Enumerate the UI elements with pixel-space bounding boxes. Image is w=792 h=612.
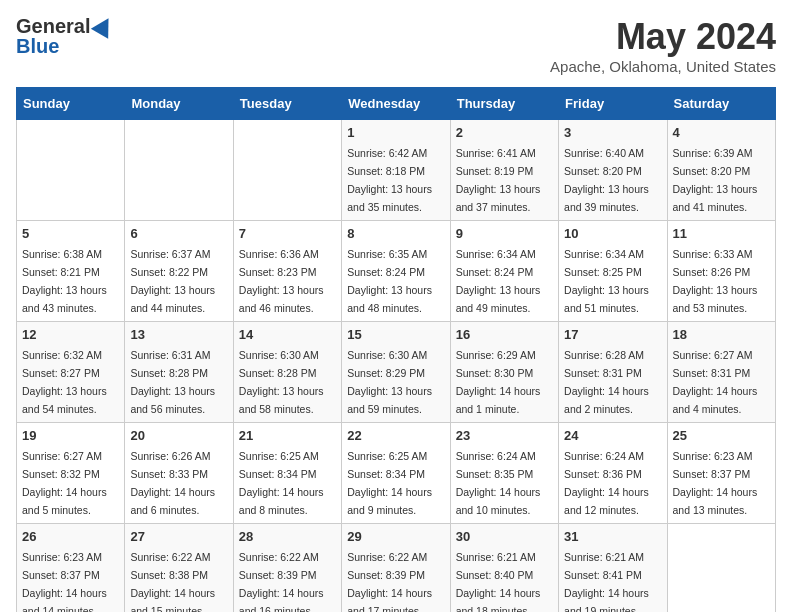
calendar-cell: 13Sunrise: 6:31 AM Sunset: 8:28 PM Dayli…	[125, 322, 233, 423]
day-number: 1	[347, 125, 444, 140]
day-number: 22	[347, 428, 444, 443]
calendar-cell: 15Sunrise: 6:30 AM Sunset: 8:29 PM Dayli…	[342, 322, 450, 423]
day-info: Sunrise: 6:21 AM Sunset: 8:40 PM Dayligh…	[456, 551, 541, 612]
calendar-cell: 20Sunrise: 6:26 AM Sunset: 8:33 PM Dayli…	[125, 423, 233, 524]
calendar-header-wednesday: Wednesday	[342, 88, 450, 120]
day-info: Sunrise: 6:24 AM Sunset: 8:36 PM Dayligh…	[564, 450, 649, 516]
calendar-header-tuesday: Tuesday	[233, 88, 341, 120]
day-number: 30	[456, 529, 553, 544]
logo: General Blue	[16, 16, 114, 56]
day-number: 9	[456, 226, 553, 241]
calendar-cell: 4Sunrise: 6:39 AM Sunset: 8:20 PM Daylig…	[667, 120, 775, 221]
day-number: 14	[239, 327, 336, 342]
day-info: Sunrise: 6:40 AM Sunset: 8:20 PM Dayligh…	[564, 147, 649, 213]
title-month-year: May 2024	[550, 16, 776, 58]
calendar-cell: 6Sunrise: 6:37 AM Sunset: 8:22 PM Daylig…	[125, 221, 233, 322]
day-info: Sunrise: 6:32 AM Sunset: 8:27 PM Dayligh…	[22, 349, 107, 415]
calendar-cell: 2Sunrise: 6:41 AM Sunset: 8:19 PM Daylig…	[450, 120, 558, 221]
day-info: Sunrise: 6:22 AM Sunset: 8:38 PM Dayligh…	[130, 551, 215, 612]
day-number: 4	[673, 125, 770, 140]
calendar-cell: 21Sunrise: 6:25 AM Sunset: 8:34 PM Dayli…	[233, 423, 341, 524]
day-number: 11	[673, 226, 770, 241]
calendar-cell: 31Sunrise: 6:21 AM Sunset: 8:41 PM Dayli…	[559, 524, 667, 613]
logo-general: General	[16, 16, 90, 36]
day-info: Sunrise: 6:41 AM Sunset: 8:19 PM Dayligh…	[456, 147, 541, 213]
calendar-cell: 28Sunrise: 6:22 AM Sunset: 8:39 PM Dayli…	[233, 524, 341, 613]
day-number: 19	[22, 428, 119, 443]
title-location: Apache, Oklahoma, United States	[550, 58, 776, 75]
day-info: Sunrise: 6:39 AM Sunset: 8:20 PM Dayligh…	[673, 147, 758, 213]
calendar-cell	[17, 120, 125, 221]
calendar-cell: 24Sunrise: 6:24 AM Sunset: 8:36 PM Dayli…	[559, 423, 667, 524]
day-info: Sunrise: 6:23 AM Sunset: 8:37 PM Dayligh…	[673, 450, 758, 516]
calendar-cell	[233, 120, 341, 221]
calendar-cell: 27Sunrise: 6:22 AM Sunset: 8:38 PM Dayli…	[125, 524, 233, 613]
day-info: Sunrise: 6:34 AM Sunset: 8:24 PM Dayligh…	[456, 248, 541, 314]
day-number: 23	[456, 428, 553, 443]
day-info: Sunrise: 6:27 AM Sunset: 8:31 PM Dayligh…	[673, 349, 758, 415]
calendar-cell: 12Sunrise: 6:32 AM Sunset: 8:27 PM Dayli…	[17, 322, 125, 423]
day-info: Sunrise: 6:25 AM Sunset: 8:34 PM Dayligh…	[239, 450, 324, 516]
day-number: 7	[239, 226, 336, 241]
day-info: Sunrise: 6:35 AM Sunset: 8:24 PM Dayligh…	[347, 248, 432, 314]
day-number: 5	[22, 226, 119, 241]
day-number: 21	[239, 428, 336, 443]
calendar-cell: 29Sunrise: 6:22 AM Sunset: 8:39 PM Dayli…	[342, 524, 450, 613]
calendar-cell	[125, 120, 233, 221]
day-number: 31	[564, 529, 661, 544]
page-header: General Blue May 2024 Apache, Oklahoma, …	[16, 16, 776, 75]
day-info: Sunrise: 6:25 AM Sunset: 8:34 PM Dayligh…	[347, 450, 432, 516]
day-number: 29	[347, 529, 444, 544]
day-number: 25	[673, 428, 770, 443]
calendar-cell: 30Sunrise: 6:21 AM Sunset: 8:40 PM Dayli…	[450, 524, 558, 613]
calendar-week-row: 19Sunrise: 6:27 AM Sunset: 8:32 PM Dayli…	[17, 423, 776, 524]
calendar-cell: 3Sunrise: 6:40 AM Sunset: 8:20 PM Daylig…	[559, 120, 667, 221]
calendar-cell: 18Sunrise: 6:27 AM Sunset: 8:31 PM Dayli…	[667, 322, 775, 423]
calendar-header-row: SundayMondayTuesdayWednesdayThursdayFrid…	[17, 88, 776, 120]
calendar-header-monday: Monday	[125, 88, 233, 120]
calendar-cell: 14Sunrise: 6:30 AM Sunset: 8:28 PM Dayli…	[233, 322, 341, 423]
day-number: 3	[564, 125, 661, 140]
day-number: 10	[564, 226, 661, 241]
day-info: Sunrise: 6:24 AM Sunset: 8:35 PM Dayligh…	[456, 450, 541, 516]
day-number: 24	[564, 428, 661, 443]
calendar-cell: 9Sunrise: 6:34 AM Sunset: 8:24 PM Daylig…	[450, 221, 558, 322]
day-number: 17	[564, 327, 661, 342]
day-info: Sunrise: 6:28 AM Sunset: 8:31 PM Dayligh…	[564, 349, 649, 415]
day-number: 28	[239, 529, 336, 544]
calendar-cell: 1Sunrise: 6:42 AM Sunset: 8:18 PM Daylig…	[342, 120, 450, 221]
calendar-cell: 23Sunrise: 6:24 AM Sunset: 8:35 PM Dayli…	[450, 423, 558, 524]
day-number: 8	[347, 226, 444, 241]
calendar-cell: 26Sunrise: 6:23 AM Sunset: 8:37 PM Dayli…	[17, 524, 125, 613]
day-info: Sunrise: 6:42 AM Sunset: 8:18 PM Dayligh…	[347, 147, 432, 213]
logo-blue: Blue	[16, 36, 59, 56]
day-number: 13	[130, 327, 227, 342]
day-info: Sunrise: 6:30 AM Sunset: 8:29 PM Dayligh…	[347, 349, 432, 415]
calendar-cell: 7Sunrise: 6:36 AM Sunset: 8:23 PM Daylig…	[233, 221, 341, 322]
calendar-header-saturday: Saturday	[667, 88, 775, 120]
day-number: 20	[130, 428, 227, 443]
day-info: Sunrise: 6:38 AM Sunset: 8:21 PM Dayligh…	[22, 248, 107, 314]
day-info: Sunrise: 6:22 AM Sunset: 8:39 PM Dayligh…	[347, 551, 432, 612]
day-info: Sunrise: 6:34 AM Sunset: 8:25 PM Dayligh…	[564, 248, 649, 314]
calendar-cell: 17Sunrise: 6:28 AM Sunset: 8:31 PM Dayli…	[559, 322, 667, 423]
calendar-cell: 19Sunrise: 6:27 AM Sunset: 8:32 PM Dayli…	[17, 423, 125, 524]
logo-triangle-icon	[91, 13, 117, 39]
calendar-cell	[667, 524, 775, 613]
calendar-cell: 10Sunrise: 6:34 AM Sunset: 8:25 PM Dayli…	[559, 221, 667, 322]
calendar-header-friday: Friday	[559, 88, 667, 120]
day-number: 26	[22, 529, 119, 544]
calendar-cell: 22Sunrise: 6:25 AM Sunset: 8:34 PM Dayli…	[342, 423, 450, 524]
day-info: Sunrise: 6:27 AM Sunset: 8:32 PM Dayligh…	[22, 450, 107, 516]
day-number: 27	[130, 529, 227, 544]
calendar-week-row: 12Sunrise: 6:32 AM Sunset: 8:27 PM Dayli…	[17, 322, 776, 423]
day-number: 18	[673, 327, 770, 342]
calendar-week-row: 1Sunrise: 6:42 AM Sunset: 8:18 PM Daylig…	[17, 120, 776, 221]
day-number: 15	[347, 327, 444, 342]
day-info: Sunrise: 6:22 AM Sunset: 8:39 PM Dayligh…	[239, 551, 324, 612]
day-info: Sunrise: 6:37 AM Sunset: 8:22 PM Dayligh…	[130, 248, 215, 314]
day-info: Sunrise: 6:23 AM Sunset: 8:37 PM Dayligh…	[22, 551, 107, 612]
calendar-cell: 25Sunrise: 6:23 AM Sunset: 8:37 PM Dayli…	[667, 423, 775, 524]
calendar-header-thursday: Thursday	[450, 88, 558, 120]
calendar-week-row: 26Sunrise: 6:23 AM Sunset: 8:37 PM Dayli…	[17, 524, 776, 613]
